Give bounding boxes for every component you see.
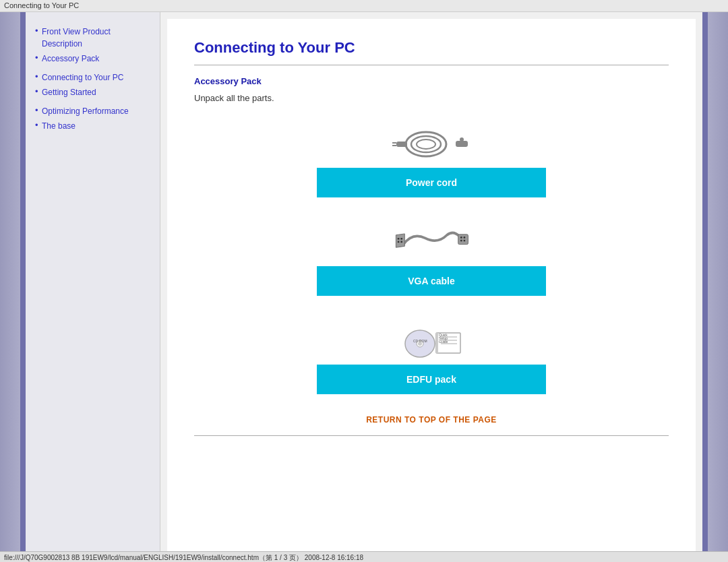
svg-point-15: [464, 237, 466, 239]
return-link-container[interactable]: RETURN TO TOP OF THE PAGE: [194, 414, 669, 425]
svg-marker-8: [396, 234, 404, 247]
svg-point-17: [464, 240, 466, 242]
svg-point-10: [400, 238, 402, 240]
svg-text:CD-ROM: CD-ROM: [413, 339, 427, 343]
vga-image: [384, 218, 479, 265]
sidebar-item-connecting[interactable]: Connecting to Your PC: [35, 71, 153, 84]
vga-label: VGA cable: [317, 266, 546, 296]
svg-text:Guide: Guide: [439, 340, 448, 344]
main-area: Connecting to Your PC Accessory Pack Unp…: [160, 12, 702, 562]
sidebar-link-accessory[interactable]: Accessory Pack: [42, 54, 99, 63]
title-bar: Connecting to Your PC: [0, 0, 728, 12]
sidebar-nav: Front View Product Description Accessory…: [35, 26, 153, 132]
svg-point-16: [460, 240, 462, 242]
svg-rect-3: [396, 142, 407, 147]
svg-point-14: [460, 237, 462, 239]
status-bar-text: file:///J/Q70G9002813 8B 191EW9/lcd/manu…: [4, 554, 363, 561]
page-title: Connecting to Your PC: [194, 39, 669, 57]
sidebar-link-base[interactable]: The base: [42, 121, 75, 131]
svg-rect-6: [456, 141, 468, 147]
edfu-icon: CD-ROM Quick Setup Guide: [388, 318, 475, 362]
svg-point-9: [398, 238, 400, 240]
intro-text: Unpack all the parts.: [194, 93, 669, 103]
svg-point-12: [400, 241, 402, 243]
sidebar-link-connecting[interactable]: Connecting to Your PC: [42, 73, 123, 82]
sidebar-item-getting-started[interactable]: Getting Started: [35, 86, 153, 98]
svg-point-1: [411, 136, 441, 152]
sidebar-item-front-view[interactable]: Front View Product Description: [35, 26, 153, 50]
right-accent: [702, 12, 728, 562]
sidebar-item-accessory[interactable]: Accessory Pack: [35, 53, 153, 65]
edfu-label: EDFU pack: [317, 365, 546, 394]
left-accent-inner: [20, 12, 26, 562]
power-cord-label: Power cord: [317, 168, 546, 197]
right-accent-inner: [702, 12, 708, 562]
edfu-image: CD-ROM Quick Setup Guide: [384, 316, 479, 363]
sidebar-item-base[interactable]: The base: [35, 120, 153, 132]
svg-point-2: [417, 139, 435, 149]
sidebar-link-optimizing[interactable]: Optimizing Performance: [42, 106, 129, 116]
left-accent: [0, 12, 26, 562]
status-bar: file:///J/Q70G9002813 8B 191EW9/lcd/manu…: [0, 551, 728, 562]
top-divider: [194, 65, 669, 65]
content-wrapper: Connecting to Your PC Accessory Pack Unp…: [167, 19, 696, 555]
browser-content: Front View Product Description Accessory…: [0, 12, 728, 562]
svg-point-11: [398, 241, 400, 243]
accessory-item-edfu: CD-ROM Quick Setup Guide EDFU pack: [194, 316, 669, 394]
title-bar-text: Connecting to Your PC: [4, 1, 79, 9]
svg-rect-13: [458, 235, 468, 245]
sidebar-link-front-view[interactable]: Front View Product Description: [42, 27, 111, 49]
power-cord-image: [384, 119, 479, 166]
svg-rect-23: [436, 333, 438, 353]
sidebar-item-optimizing[interactable]: Optimizing Performance: [35, 105, 153, 117]
bottom-divider: [194, 435, 669, 436]
sidebar-link-getting-started[interactable]: Getting Started: [42, 88, 96, 97]
accessory-item-vga: VGA cable: [194, 218, 669, 296]
return-to-top-link[interactable]: RETURN TO TOP OF THE PAGE: [366, 415, 497, 425]
svg-point-7: [460, 137, 464, 142]
sidebar: Front View Product Description Accessory…: [26, 12, 160, 562]
power-cord-icon: [391, 123, 472, 163]
vga-cable-icon: [391, 221, 472, 261]
accessory-item-power-cord: Power cord: [194, 119, 669, 197]
section-heading: Accessory Pack: [194, 76, 669, 86]
